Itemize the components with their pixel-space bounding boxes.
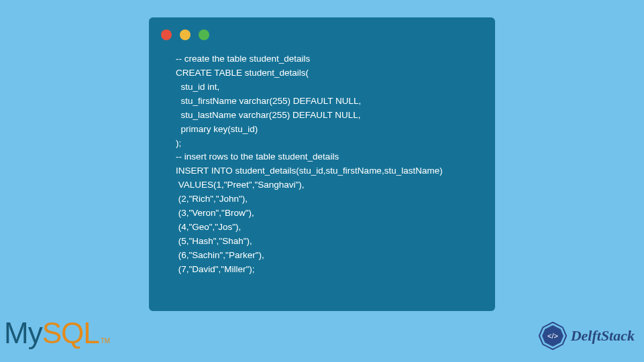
code-window: -- create the table student_details CREA… [149,17,495,311]
window-controls [161,29,483,40]
code-line: ); [176,138,181,148]
code-line: primary key(stu_id) [176,124,258,134]
delftstack-logo: </> DelftStack [539,322,635,350]
maximize-icon [199,29,209,40]
mysql-logo-sql: SQL [42,316,99,350]
code-line: -- insert rows to the table student_deta… [176,152,339,162]
code-line: stu_id int, [176,82,219,92]
minimize-icon [180,29,191,40]
code-line: (4,"Geo","Jos"), [176,222,241,232]
code-line: (3,"Veron","Brow"), [176,208,254,218]
svg-text:</>: </> [547,332,558,340]
code-line: stu_lastName varchar(255) DEFAULT NULL, [176,110,361,120]
delftstack-text: DelftStack [571,327,635,345]
code-line: VALUES(1,"Preet","Sanghavi"), [176,180,305,190]
code-line: (2,"Rich","John"), [176,194,248,204]
code-line: stu_firstName varchar(255) DEFAULT NULL, [176,96,361,106]
code-line: (5,"Hash","Shah"), [176,236,252,246]
code-line: -- create the table student_details [176,54,310,64]
code-line: CREATE TABLE student_details( [176,68,309,78]
mysql-logo-tm: TM [101,337,110,345]
code-content: -- create the table student_details CREA… [161,52,483,277]
code-line: INSERT INTO student_details(stu_id,stu_f… [176,166,443,176]
mysql-logo: MySQLTM [4,316,110,350]
delftstack-icon: </> [539,322,567,350]
code-line: (6,"Sachin","Parker"), [176,250,264,260]
close-icon [161,29,172,40]
code-line: (7,"David","Miller"); [176,264,254,274]
mysql-logo-my: My [4,316,42,350]
